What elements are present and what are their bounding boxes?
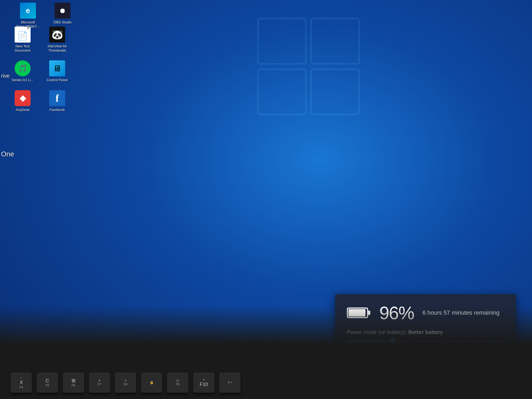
- control-panel-icon: 🖥: [49, 60, 65, 76]
- desktop-icon-control-panel[interactable]: 🖥 Control Panel: [45, 60, 69, 82]
- irfanview-label: IrfanView 64Thumbnails: [48, 44, 67, 52]
- windows-logo: [255, 16, 362, 117]
- svg-rect-23: [484, 384, 485, 385]
- slider-thumb[interactable]: [390, 339, 395, 344]
- one-label: One: [0, 149, 15, 159]
- control-panel-label: Control Panel: [47, 78, 68, 82]
- taskbar-active-window[interactable]: 🖥 All Control Panel It...: [60, 379, 118, 396]
- slider-label-left: 🔋 Best battery life: [347, 346, 387, 353]
- serato-icon: 🎵: [15, 60, 31, 76]
- tray-battery-icon[interactable]: [453, 381, 465, 393]
- tray-volume-icon[interactable]: [466, 381, 477, 393]
- desktop: rive One e Microsoft Edge·DESKT... ⏺ OBS…: [0, 0, 532, 399]
- tray-time: 18:47: [508, 382, 526, 387]
- serato-label: Serato DJ Li...: [12, 78, 34, 82]
- battery-icon-container: [347, 306, 371, 320]
- windows-start-icon: [6, 383, 15, 392]
- svg-rect-3: [311, 69, 359, 114]
- irfanview-icon: 🐼: [49, 27, 65, 43]
- desktop-icon-microsoft-edge[interactable]: e Microsoft Edge·DESKT...: [16, 3, 40, 28]
- battery-tray-svg: [455, 385, 463, 390]
- svg-rect-1: [311, 19, 359, 64]
- battery-time-remaining: 6 hours 57 minutes remaining: [422, 309, 500, 317]
- tray-camera-icon[interactable]: [427, 381, 439, 393]
- svg-marker-20: [469, 385, 472, 390]
- tray-time-date[interactable]: 18:47 8.5.2024 г.: [504, 382, 529, 393]
- tray-language[interactable]: ENG: [491, 385, 503, 390]
- microsoft-edge-icon: e: [20, 3, 36, 19]
- lightning-icon: ⚡: [497, 346, 504, 353]
- chrome-icon-2: [45, 382, 55, 392]
- battery-top-row: 96% 6 hours 57 minutes remaining: [347, 304, 504, 322]
- battery-svg-icon: [347, 306, 371, 320]
- battery-percentage-text: 96%: [379, 304, 414, 322]
- tray-pen-icon[interactable]: [479, 381, 490, 393]
- desktop-icon-serato[interactable]: 🎵 Serato DJ Li...: [11, 60, 35, 82]
- taskbar: 🖥 All Control Panel It... ^: [0, 376, 532, 399]
- desktop-icons-container: 📄 New TextDocument 🐼 IrfanView 64Thumbna…: [11, 27, 69, 112]
- svg-rect-10: [11, 388, 15, 392]
- taskbar-chrome-2[interactable]: [41, 379, 59, 396]
- svg-rect-5: [368, 311, 370, 315]
- desktop-icon-new-text-document[interactable]: 📄 New TextDocument: [11, 27, 35, 52]
- icon-row-2: 🎵 Serato DJ Li... 🖥 Control Panel: [11, 60, 69, 82]
- svg-rect-18: [462, 386, 462, 388]
- svg-rect-19: [456, 386, 461, 389]
- taskbar-window-label: All Control Panel It...: [74, 385, 108, 389]
- desktop-icon-irfanview[interactable]: 🐼 IrfanView 64Thumbnails: [45, 27, 69, 52]
- icon-row-1: 📄 New TextDocument 🐼 IrfanView 64Thumbna…: [11, 27, 69, 52]
- anydesk-label: AnyDesk: [16, 108, 30, 112]
- partial-rive-label: rive: [0, 72, 11, 80]
- slider-label-right: Best performance ⚡: [459, 346, 504, 353]
- battery-popup: 96% 6 hours 57 minutes remaining Power m…: [335, 294, 516, 374]
- taskbar-chrome-1[interactable]: [22, 379, 40, 396]
- top-icon-row: e Microsoft Edge·DESKT... ⏺ OBS Studio: [16, 3, 74, 28]
- obs-studio-label: OBS Studio: [53, 20, 72, 24]
- slider-labels: 🔋 Best battery life Best performance ⚡: [347, 346, 504, 353]
- camera-tray-icon: [430, 384, 437, 390]
- anydesk-icon: ◆: [15, 90, 31, 106]
- battery-slash-icon: 🔋: [347, 346, 354, 353]
- svg-rect-7: [6, 383, 10, 387]
- chrome-icon-1: [26, 382, 36, 392]
- desktop-icon-facebook[interactable]: f Facebook: [45, 90, 69, 112]
- desktop-icon-anydesk[interactable]: ◆ AnyDesk: [11, 90, 35, 112]
- slider-fill: [347, 341, 394, 342]
- battery-slider-container[interactable]: [347, 341, 504, 342]
- svg-rect-6: [348, 309, 365, 317]
- battery-settings-link[interactable]: Battery settings: [347, 359, 504, 365]
- new-text-document-icon: 📄: [15, 27, 31, 43]
- system-tray: ^: [415, 381, 529, 393]
- tray-cloud-icon[interactable]: [440, 381, 452, 393]
- pen-tray-svg: [481, 384, 487, 390]
- svg-marker-12: [434, 385, 436, 389]
- svg-rect-9: [6, 388, 10, 392]
- svg-marker-22: [484, 389, 485, 390]
- facebook-icon: f: [49, 90, 65, 106]
- tray-date: 8.5.2024 г.: [508, 387, 526, 393]
- obs-studio-icon: ⏺: [55, 3, 70, 19]
- svg-rect-16: [443, 388, 449, 390]
- taskbar-window-icon: 🖥: [63, 383, 71, 391]
- icon-row-3: ◆ AnyDesk f Facebook: [11, 90, 69, 112]
- svg-rect-0: [258, 19, 306, 64]
- new-text-document-label: New TextDocument: [15, 44, 30, 52]
- volume-tray-svg: [468, 384, 475, 390]
- svg-rect-2: [258, 69, 306, 114]
- facebook-label: Facebook: [49, 108, 65, 112]
- start-button[interactable]: [3, 379, 19, 395]
- power-mode-text: Power mode (on battery): Better battery: [347, 329, 504, 335]
- taskbar-progress-bar: [0, 397, 319, 398]
- desktop-icon-obs-studio[interactable]: ⏺ OBS Studio: [51, 3, 74, 24]
- cloud-tray-icon: [443, 384, 450, 390]
- slider-track: [347, 341, 504, 342]
- tray-show-hidden-icons[interactable]: ^: [415, 381, 426, 393]
- svg-rect-8: [11, 383, 15, 387]
